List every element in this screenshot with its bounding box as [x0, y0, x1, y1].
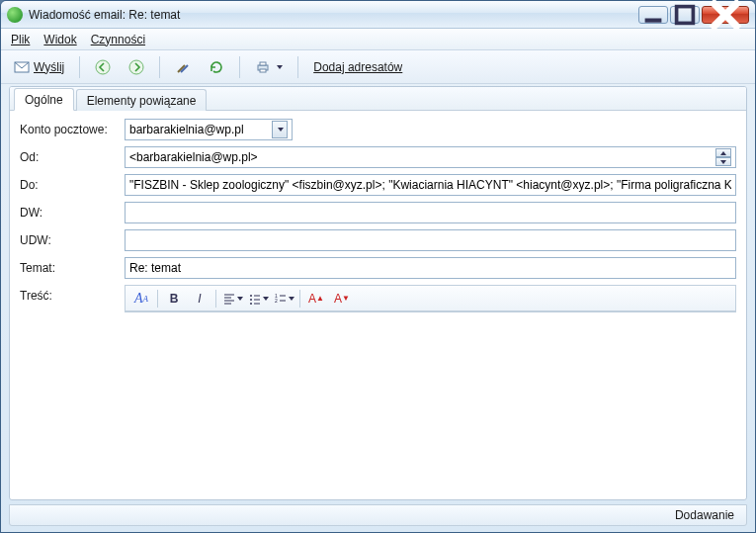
menu-view[interactable]: Widok [43, 33, 76, 46]
svg-point-6 [129, 60, 143, 74]
printer-icon [255, 59, 271, 75]
richtext-toolbar: AA B I 12 [125, 285, 736, 311]
statusbar: Dodawanie [9, 504, 747, 526]
menu-file[interactable]: Plik [11, 33, 30, 46]
form-area: Konto pocztowe: barbarakielnia@wp.pl Od:… [10, 111, 746, 499]
chevron-down-icon [237, 297, 243, 301]
print-button[interactable] [248, 54, 290, 80]
scroll-up-icon[interactable] [719, 311, 735, 312]
chevron-down-icon [277, 65, 283, 69]
svg-text:2: 2 [275, 298, 278, 304]
body-content[interactable]: ----- Oryginalna wiadomość ----- Od: "An… [126, 311, 717, 312]
numbered-icon: 12 [274, 292, 288, 306]
separator [297, 56, 298, 78]
email-compose-window: Wiadomość email: Re: temat Plik Widok Cz… [0, 0, 756, 533]
font-decrease-button[interactable]: A▼ [330, 288, 354, 310]
tools-icon [175, 59, 191, 75]
chevron-down-icon [263, 297, 269, 301]
menubar: Plik Widok Czynności [1, 29, 755, 50]
svg-rect-10 [260, 62, 266, 65]
italic-button[interactable]: I [188, 288, 211, 310]
spin-down-icon[interactable] [715, 157, 731, 166]
refresh-button[interactable] [202, 54, 231, 80]
toolbar: Wyślij [1, 50, 755, 84]
tools-button[interactable] [168, 54, 198, 80]
add-recipients-label: Dodaj adresatów [313, 60, 402, 74]
bullets-icon [248, 292, 262, 306]
subject-label: Temat: [20, 261, 119, 275]
cc-field[interactable] [125, 202, 736, 223]
maximize-button[interactable] [670, 6, 700, 24]
body-editor[interactable]: ----- Oryginalna wiadomość ----- Od: "An… [125, 311, 736, 312]
svg-point-16 [250, 295, 252, 297]
separator [79, 56, 80, 78]
add-recipients-button[interactable]: Dodaj adresatów [306, 54, 409, 80]
client-area: Ogólne Elementy powiązane Konto pocztowe… [9, 86, 747, 500]
numbered-list-button[interactable]: 12 [272, 288, 295, 310]
envelope-icon [14, 59, 30, 75]
spin-up-icon[interactable] [715, 148, 731, 157]
send-label: Wyślij [34, 60, 64, 74]
arrow-right-icon [128, 59, 144, 75]
to-field[interactable] [125, 174, 736, 196]
chevron-down-icon [289, 297, 294, 301]
from-label: Od: [20, 150, 119, 164]
nav-forward-button[interactable] [122, 54, 151, 80]
bcc-field[interactable] [125, 229, 736, 251]
separator [159, 56, 160, 78]
cc-label: DW: [20, 206, 119, 220]
bcc-label: UDW: [20, 233, 119, 247]
font-increase-button[interactable]: A▲ [304, 288, 328, 310]
align-icon [222, 292, 236, 306]
svg-point-18 [250, 299, 252, 301]
svg-point-20 [250, 303, 252, 305]
account-value: barbarakielnia@wp.pl [129, 123, 244, 136]
minimize-button[interactable] [638, 6, 668, 24]
tab-related[interactable]: Elementy powiązane [76, 89, 208, 111]
from-value: <barbarakielnia@wp.pl> [129, 150, 712, 164]
account-combo[interactable]: barbarakielnia@wp.pl [125, 119, 293, 140]
tab-general[interactable]: Ogólne [14, 88, 74, 111]
bold-button[interactable]: B [162, 288, 186, 310]
tabstrip: Ogólne Elementy powiązane [10, 87, 746, 111]
account-label: Konto pocztowe: [20, 123, 119, 136]
close-button[interactable] [702, 6, 749, 24]
svg-point-5 [96, 60, 110, 74]
font-button[interactable]: AA [129, 288, 153, 310]
window-title: Wiadomość email: Re: temat [29, 8, 638, 22]
align-button[interactable] [220, 288, 244, 310]
titlebar[interactable]: Wiadomość email: Re: temat [1, 1, 755, 29]
nav-back-button[interactable] [88, 54, 118, 80]
app-icon [7, 7, 23, 23]
svg-rect-1 [677, 6, 694, 23]
menu-actions[interactable]: Czynności [91, 33, 145, 46]
svg-rect-11 [260, 69, 266, 72]
separator [239, 56, 240, 78]
arrow-left-icon [95, 59, 111, 75]
to-label: Do: [20, 178, 119, 192]
status-text: Dodawanie [675, 508, 734, 522]
scroll-down-icon[interactable] [719, 311, 735, 311]
from-field[interactable]: <barbarakielnia@wp.pl> [125, 146, 736, 168]
subject-field[interactable] [125, 257, 736, 279]
refresh-icon [209, 59, 224, 75]
body-label: Treść: [20, 285, 119, 303]
chevron-down-icon[interactable] [272, 121, 288, 138]
send-button[interactable]: Wyślij [7, 54, 71, 80]
bullet-list-button[interactable] [246, 288, 270, 310]
